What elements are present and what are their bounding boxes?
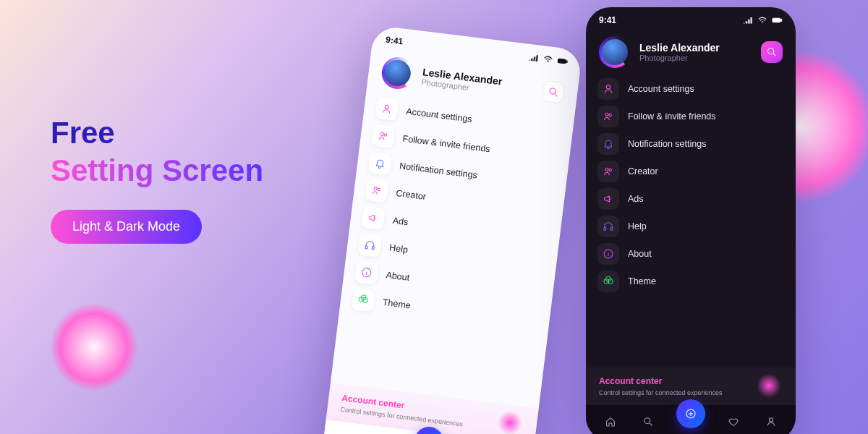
- svg-point-20: [606, 85, 610, 89]
- bell-icon-tile: [597, 133, 619, 155]
- info-icon: [360, 266, 373, 279]
- svg-rect-17: [773, 18, 780, 22]
- bottom-nav-dark: [586, 405, 796, 434]
- status-time: 9:41: [385, 35, 404, 47]
- users-icon: [603, 111, 614, 122]
- setting-label: Notification settings: [399, 161, 477, 180]
- megaphone-icon-tile: [597, 188, 619, 210]
- search-icon: [766, 46, 778, 58]
- profile-name: Leslie Alexander: [639, 42, 720, 54]
- svg-point-5: [384, 134, 387, 137]
- nav-home[interactable]: [338, 429, 359, 434]
- statusbar: 9:41: [586, 7, 796, 29]
- setting-label: Creator: [628, 166, 658, 176]
- setting-item-info[interactable]: About: [597, 243, 784, 265]
- bell-icon-tile: [368, 151, 392, 175]
- setting-label: About: [386, 270, 410, 283]
- signal-icon: [742, 14, 754, 26]
- svg-point-7: [378, 188, 380, 191]
- setting-label: Account settings: [406, 106, 473, 124]
- signal-icon: [527, 51, 540, 64]
- setting-label: Creator: [396, 188, 427, 202]
- svg-point-31: [644, 418, 650, 424]
- setting-label: Notification settings: [628, 139, 706, 149]
- users-icon: [603, 166, 614, 177]
- headline-line2: Setting Screen: [51, 153, 263, 188]
- svg-rect-8: [365, 246, 367, 249]
- info-icon: [603, 248, 614, 260]
- nav-home[interactable]: [601, 412, 620, 431]
- svg-rect-9: [372, 247, 374, 250]
- headset-icon: [603, 221, 614, 232]
- heart-icon: [728, 416, 739, 427]
- profile-role: Photographer: [639, 54, 720, 62]
- nav-heart[interactable]: [724, 412, 743, 431]
- battery-icon: [771, 14, 783, 26]
- search-button[interactable]: [541, 80, 565, 104]
- battery-icon: [556, 55, 569, 68]
- users-icon: [377, 129, 390, 142]
- settings-list-dark: Account settingsFollow & invite friendsN…: [586, 78, 796, 367]
- nav-add-button[interactable]: [676, 399, 705, 428]
- wifi-icon: [542, 53, 555, 66]
- profile-row: Leslie Alexander Photographer: [586, 29, 796, 78]
- headset-icon: [364, 239, 377, 252]
- home-icon: [605, 416, 616, 427]
- svg-rect-18: [780, 20, 781, 22]
- setting-label: Account settings: [628, 84, 694, 94]
- setting-label: Help: [628, 221, 647, 231]
- palette-icon: [603, 276, 614, 287]
- bell-icon: [373, 157, 386, 170]
- setting-label: Ads: [392, 216, 409, 228]
- setting-item-users[interactable]: Follow & invite friends: [597, 106, 784, 127]
- svg-point-33: [769, 418, 773, 422]
- setting-item-users[interactable]: Creator: [597, 161, 784, 182]
- setting-item-headset[interactable]: Help: [597, 216, 784, 237]
- headline: Free Setting Screen Light & Dark Mode: [51, 116, 263, 244]
- svg-point-24: [609, 169, 611, 171]
- nav-profile[interactable]: [762, 412, 780, 431]
- setting-label: Theme: [628, 276, 656, 286]
- search-icon: [642, 416, 654, 427]
- svg-point-19: [768, 48, 774, 54]
- search-button[interactable]: [761, 41, 783, 63]
- svg-point-22: [609, 114, 611, 116]
- users-icon-tile: [365, 179, 388, 203]
- megaphone-icon: [367, 211, 380, 224]
- svg-point-4: [380, 132, 383, 135]
- setting-item-megaphone[interactable]: Ads: [597, 188, 784, 210]
- status-time: 9:41: [599, 15, 616, 25]
- users-icon-tile: [597, 161, 619, 182]
- setting-item-user[interactable]: Account settings: [597, 78, 784, 100]
- setting-label: Ads: [628, 194, 644, 204]
- status-indicators: [742, 14, 783, 26]
- setting-label: About: [628, 249, 652, 259]
- search-icon: [547, 86, 560, 99]
- status-indicators: [527, 51, 569, 68]
- setting-item-bell[interactable]: Notification settings: [597, 133, 784, 155]
- bell-icon: [603, 138, 614, 150]
- user-icon: [603, 83, 614, 95]
- svg-rect-25: [604, 227, 606, 230]
- setting-item-palette[interactable]: Theme: [597, 271, 784, 292]
- palette-icon-tile: [597, 271, 619, 292]
- avatar[interactable]: [599, 36, 631, 68]
- headline-line1: Free: [51, 116, 263, 150]
- mode-pill: Light & Dark Mode: [51, 210, 202, 244]
- svg-rect-1: [566, 61, 568, 63]
- user-icon: [380, 103, 393, 116]
- add-icon: [685, 408, 697, 420]
- setting-label: Follow & invite friends: [402, 134, 490, 155]
- nav-search[interactable]: [639, 412, 658, 431]
- svg-rect-26: [610, 227, 613, 230]
- svg-point-2: [550, 88, 556, 94]
- setting-label: Help: [388, 242, 408, 255]
- setting-label: Follow & invite friends: [628, 111, 716, 122]
- megaphone-icon-tile: [361, 206, 385, 230]
- svg-point-3: [385, 105, 389, 109]
- headset-icon-tile: [597, 216, 619, 237]
- avatar[interactable]: [380, 55, 415, 90]
- info-icon-tile: [354, 260, 378, 284]
- info-icon-tile: [597, 243, 619, 265]
- user-icon-tile: [375, 97, 399, 121]
